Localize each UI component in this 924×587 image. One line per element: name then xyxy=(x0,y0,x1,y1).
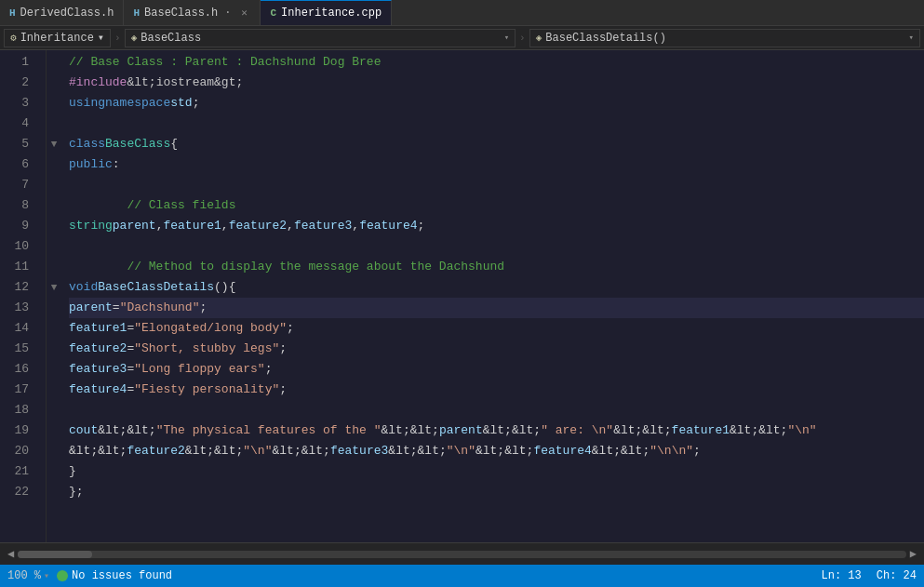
line-number-7: 7 xyxy=(0,175,36,195)
code-line-11: // Method to display the message about t… xyxy=(69,257,924,277)
scrollbar-bottom: ◀ ▶ xyxy=(0,542,924,565)
status-ok: No issues found xyxy=(57,569,172,582)
line-number-13: 13 xyxy=(0,298,36,318)
fold-22 xyxy=(47,482,61,502)
fold-12[interactable]: ▼ xyxy=(47,277,61,298)
line-number-4: 4 xyxy=(0,113,36,134)
fold-3 xyxy=(47,93,61,113)
nav-scope[interactable]: ⚙ Inheritance ▾ xyxy=(4,29,111,47)
code-line-1: // Base Class : Parent : Dachshund Dog B… xyxy=(69,52,924,73)
line-number-12: 12 xyxy=(0,277,36,298)
line-number-16: 16 xyxy=(0,359,36,380)
line-number-8: 8 xyxy=(0,195,36,216)
line-number-22: 22 xyxy=(0,482,36,502)
code-line-5: class BaseClass { xyxy=(69,134,924,154)
status-bar: 100 % ▾ No issues found Ln: 13 Ch: 24 xyxy=(0,565,924,587)
line-number-5: 5 xyxy=(0,134,36,154)
nav-class[interactable]: ◈ BaseClass ▾ xyxy=(125,29,516,47)
status-left: 100 % ▾ No issues found xyxy=(7,569,172,582)
method-label: BaseClassDetails() xyxy=(545,32,666,45)
tab-bar: H DerivedClass.h H BaseClass.h · ✕ C Inh… xyxy=(0,0,924,26)
fold-10 xyxy=(47,236,61,257)
tab-icon-base: H xyxy=(133,7,140,19)
scope-label: Inheritance xyxy=(20,32,94,45)
fold-gutter[interactable]: ▼▼ xyxy=(47,50,61,542)
status-right: Ln: 13 Ch: 24 xyxy=(822,569,917,582)
tab-icon-derived: H xyxy=(9,7,16,19)
line-numbers: 12345678910111213141516171819202122 xyxy=(0,50,47,542)
fold-2 xyxy=(47,73,61,93)
code-line-19: cout &lt;&lt; "The physical features of … xyxy=(69,420,924,441)
fold-14 xyxy=(47,318,61,339)
method-icon: ◈ xyxy=(536,32,542,44)
code-line-22: }; xyxy=(69,482,924,502)
fold-7 xyxy=(47,175,61,195)
tab-label-base: BaseClass.h xyxy=(144,7,218,20)
nav-sep1: › xyxy=(113,33,123,44)
scroll-right[interactable]: ▶ xyxy=(906,545,920,563)
zoom-badge[interactable]: 100 % ▾ xyxy=(7,569,49,582)
line-number-18: 18 xyxy=(0,400,36,420)
fold-11 xyxy=(47,257,61,277)
scrollbar-track[interactable] xyxy=(18,551,906,558)
tab-label-inheritance: Inheritance.cpp xyxy=(281,7,382,20)
fold-6 xyxy=(47,154,61,175)
code-line-2: #include &lt;iostream&gt; xyxy=(69,73,924,93)
nav-sep2: › xyxy=(517,33,528,44)
fold-4 xyxy=(47,113,61,134)
fold-18 xyxy=(47,400,61,420)
scroll-left[interactable]: ◀ xyxy=(4,545,18,563)
scrollbar-thumb[interactable] xyxy=(18,551,92,558)
fold-20 xyxy=(47,441,61,461)
code-line-16: feature3 = "Long floppy ears"; xyxy=(69,359,924,380)
line-number-19: 19 xyxy=(0,420,36,441)
nav-method[interactable]: ◈ BaseClassDetails() ▾ xyxy=(529,29,920,47)
code-line-14: feature1 = "Elongated/long body"; xyxy=(69,318,924,339)
code-line-17: feature4 = "Fiesty personality"; xyxy=(69,380,924,400)
class-chevron: ▾ xyxy=(504,33,509,43)
fold-9 xyxy=(47,216,61,236)
zoom-arrow: ▾ xyxy=(44,570,49,581)
line-number-3: 3 xyxy=(0,93,36,113)
ok-icon xyxy=(57,570,68,581)
tab-derived[interactable]: H DerivedClass.h xyxy=(0,0,124,25)
code-line-4 xyxy=(69,113,924,134)
code-line-20: &lt;&lt; feature2 &lt;&lt; "\n" &lt;&lt;… xyxy=(69,441,924,461)
code-line-9: string parent, feature1, feature2, featu… xyxy=(69,216,924,236)
line-number-1: 1 xyxy=(0,52,36,73)
fold-1 xyxy=(47,52,61,73)
code-line-21: } xyxy=(69,461,924,482)
code-content[interactable]: // Base Class : Parent : Dachshund Dog B… xyxy=(61,50,924,542)
line-number-15: 15 xyxy=(0,339,36,359)
line-number-14: 14 xyxy=(0,318,36,339)
line-number-11: 11 xyxy=(0,257,36,277)
code-line-7 xyxy=(69,175,924,195)
tab-close-base[interactable]: ✕ xyxy=(237,7,250,20)
code-line-8: // Class fields xyxy=(69,195,924,216)
code-line-18 xyxy=(69,400,924,420)
fold-8 xyxy=(47,195,61,216)
tab-base[interactable]: H BaseClass.h · ✕ xyxy=(124,0,261,25)
tab-inheritance[interactable]: C Inheritance.cpp xyxy=(261,0,392,25)
editor: 12345678910111213141516171819202122 ▼▼ /… xyxy=(0,50,924,542)
scope-icon: ⚙ xyxy=(10,32,17,44)
scope-chevron: ▾ xyxy=(98,31,104,45)
tab-icon-inheritance: C xyxy=(270,7,276,19)
status-ln: Ln: 13 xyxy=(822,569,862,582)
fold-16 xyxy=(47,359,61,380)
fold-13 xyxy=(47,298,61,318)
fold-21 xyxy=(47,461,61,482)
code-line-13: parent = "Dachshund"; xyxy=(69,298,924,318)
nav-bar: ⚙ Inheritance ▾ › ◈ BaseClass ▾ › ◈ Base… xyxy=(0,26,924,50)
class-icon: ◈ xyxy=(131,32,138,44)
fold-19 xyxy=(47,420,61,441)
line-number-20: 20 xyxy=(0,441,36,461)
status-message: No issues found xyxy=(72,569,172,582)
line-number-9: 9 xyxy=(0,216,36,236)
method-chevron: ▾ xyxy=(909,33,914,43)
fold-5[interactable]: ▼ xyxy=(47,134,61,154)
fold-15 xyxy=(47,339,61,359)
zoom-value: 100 % xyxy=(7,569,41,582)
line-number-2: 2 xyxy=(0,73,36,93)
code-line-10 xyxy=(69,236,924,257)
